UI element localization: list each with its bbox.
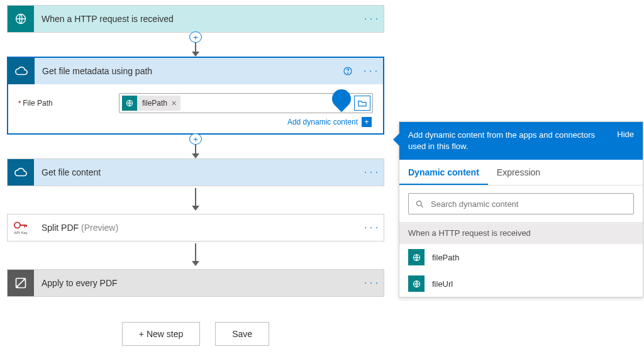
preview-badge: (Preview) [81,223,118,233]
browse-folder-button[interactable] [354,96,370,111]
flow-column: When a HTTP request is received · · · + … [7,5,384,346]
add-dynamic-content-link[interactable]: Add dynamic content + [18,117,373,127]
card-title: Apply to every PDF [34,278,358,288]
search-icon [415,199,425,209]
flyout-beak [393,133,399,146]
cloud-icon [8,58,35,84]
more-icon[interactable]: · · · [358,167,384,178]
svg-point-6 [417,201,422,206]
metadata-card[interactable]: Get file metadata using path · · · File … [7,57,384,135]
flyout-tabs: Dynamic content Expression [399,160,643,186]
card-title: When a HTTP request is received [34,14,358,24]
tab-expression[interactable]: Expression [488,160,549,185]
chip-label: filePath [137,99,171,108]
split-title-text: Split PDF [42,223,81,233]
help-icon[interactable] [343,66,358,76]
new-step-button[interactable]: + New step [122,322,200,346]
add-step-icon[interactable]: + [189,31,202,43]
card-header: When a HTTP request is received · · · [8,6,384,32]
loop-icon [8,270,34,296]
card-body: File Path filePath ✕ [8,84,383,133]
group-header: When a HTTP request is received [399,222,643,244]
hide-button[interactable]: Hide [611,130,634,139]
connector-arrow: + [7,33,384,57]
plus-square-icon: + [362,117,372,127]
apply-each-card[interactable]: Apply to every PDF · · · [7,269,384,297]
tab-dynamic-content[interactable]: Dynamic content [399,160,488,185]
search-input-wrap[interactable] [408,193,634,214]
item-label: fileUrl [432,279,453,289]
search-input[interactable] [431,199,627,209]
http-globe-icon [8,6,34,32]
connector-arrow: + [7,135,384,158]
more-icon[interactable]: · · · [358,65,383,77]
split-pdf-card[interactable]: API Key Split PDF (Preview) · · · [7,214,384,242]
save-button[interactable]: Save [215,322,269,346]
card-header: Get file content · · · [8,159,384,186]
api-key-icon: API Key [8,214,34,241]
token-source-icon [408,275,425,292]
dynamic-item-filepath[interactable]: filePath [399,244,643,270]
flyout-header: Add dynamic content from the apps and co… [399,122,643,160]
more-icon[interactable]: · · · [358,277,384,289]
svg-point-4 [14,222,20,228]
card-title: Split PDF (Preview) [34,223,358,233]
card-header: Get file metadata using path · · · [8,58,383,84]
add-step-icon[interactable]: + [189,133,202,145]
field-label: File Path [18,99,119,108]
more-icon[interactable]: · · · [358,222,384,233]
token-source-icon [122,96,137,111]
connector-arrow [7,186,384,214]
remove-token-icon[interactable]: ✕ [171,99,180,108]
flyout-header-text: Add dynamic content from the apps and co… [408,130,611,152]
card-header: Apply to every PDF · · · [8,270,384,296]
svg-point-2 [347,73,348,74]
dynamic-token-chip[interactable]: filePath ✕ [122,96,180,111]
more-icon[interactable]: · · · [358,13,384,25]
content-card[interactable]: Get file content · · · [7,158,384,186]
api-key-label: API Key [14,231,28,235]
connector-arrow [7,242,384,269]
dynamic-item-fileurl[interactable]: fileUrl [399,270,643,297]
item-label: filePath [432,253,459,262]
add-dynamic-label: Add dynamic content [287,118,358,126]
card-title: Get file content [34,167,358,177]
card-title: Get file metadata using path [35,66,343,76]
card-header: API Key Split PDF (Preview) · · · [8,214,384,241]
action-buttons: + New step Save [7,322,384,346]
trigger-card[interactable]: When a HTTP request is received · · · [7,5,384,33]
dynamic-content-flyout: Add dynamic content from the apps and co… [399,121,643,297]
cloud-icon [8,159,34,186]
token-source-icon [408,249,425,265]
